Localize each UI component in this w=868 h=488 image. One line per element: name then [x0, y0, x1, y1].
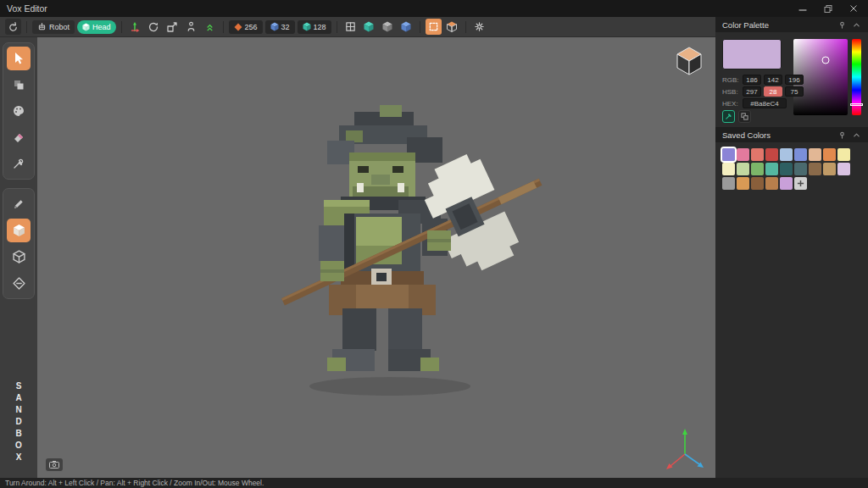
- saved-colors-title: Saved Colors: [722, 130, 771, 140]
- chevron-up-icon: [853, 21, 860, 29]
- toolbar-separator: [465, 21, 466, 33]
- pencil-tool-button[interactable]: [7, 192, 31, 216]
- saved-color-swatch[interactable]: [751, 148, 764, 161]
- palette-tools: [722, 110, 751, 123]
- pose-tool-button[interactable]: [183, 19, 199, 35]
- sandbox-logo: SANDBOX: [14, 381, 24, 464]
- saved-color-swatch[interactable]: [809, 148, 821, 161]
- panel-pin-button[interactable]: [837, 130, 847, 140]
- raise-tool-button[interactable]: [202, 19, 218, 35]
- frame-count-value: 32: [281, 23, 290, 31]
- settings-button[interactable]: [471, 19, 487, 35]
- wire-box-tool-button[interactable]: [7, 245, 31, 269]
- hsb-h-field[interactable]: 297: [743, 86, 761, 97]
- saved-color-swatch[interactable]: [794, 163, 807, 175]
- hue-marker[interactable]: [850, 103, 863, 106]
- box-select-tool-button[interactable]: [426, 19, 442, 35]
- pencil-icon: [12, 197, 25, 211]
- saved-color-swatch[interactable]: [809, 163, 821, 175]
- pick-color-button[interactable]: [722, 110, 735, 123]
- rgb-row: RGB: 186 142 196: [722, 75, 804, 85]
- title-bar: Vox Editor: [0, 0, 868, 17]
- palette-tool-button[interactable]: [7, 99, 31, 123]
- rgb-g-field[interactable]: 142: [764, 75, 782, 85]
- eyedropper-tool-button[interactable]: [7, 152, 31, 175]
- voxel-remove-tool-button[interactable]: [380, 19, 396, 35]
- saved-color-swatch[interactable]: [780, 148, 793, 161]
- hsb-b-field[interactable]: 75: [785, 86, 804, 97]
- hex-field[interactable]: #Ba8eC4: [743, 98, 787, 108]
- minimize-button[interactable]: [795, 3, 810, 14]
- panel-collapse-button[interactable]: [851, 130, 861, 140]
- voxel-paint-tool-button[interactable]: [398, 19, 415, 35]
- shapes-tool-button[interactable]: [7, 73, 31, 97]
- robot-icon: [37, 22, 47, 31]
- right-panel: Color Palette RGB: 186 142 196 HSB: 297: [715, 17, 868, 478]
- move-tool-button[interactable]: [127, 19, 143, 35]
- rgb-label: RGB:: [722, 76, 740, 84]
- swap-color-button[interactable]: [738, 110, 751, 123]
- panel-collapse-button[interactable]: [851, 19, 861, 30]
- hue-slider[interactable]: [852, 39, 861, 115]
- rgb-b-field[interactable]: 196: [785, 75, 804, 85]
- saved-color-swatch[interactable]: [722, 177, 735, 190]
- saved-color-swatch[interactable]: [751, 163, 764, 175]
- palette-icon: [12, 104, 25, 118]
- saved-color-swatch[interactable]: [737, 163, 749, 175]
- face-select-tool-button[interactable]: [444, 19, 460, 35]
- box-select-icon: [428, 21, 439, 32]
- rgb-r-field[interactable]: 186: [743, 75, 761, 85]
- screenshot-button[interactable]: [46, 458, 63, 471]
- toolbar-separator: [26, 21, 27, 33]
- toolbar-separator: [420, 21, 420, 33]
- select-tool-button[interactable]: [7, 47, 31, 70]
- scale-tool-button[interactable]: [164, 19, 181, 35]
- saved-color-swatch[interactable]: [751, 177, 764, 190]
- saved-color-swatch[interactable]: [837, 163, 850, 175]
- saved-color-swatch[interactable]: [823, 148, 836, 161]
- model-chip[interactable]: Robot: [32, 20, 75, 34]
- picker-cursor[interactable]: [822, 57, 830, 64]
- shapes-icon: [12, 78, 25, 92]
- color-palette-title: Color Palette: [722, 20, 769, 30]
- rotate-tool-button[interactable]: [146, 19, 162, 35]
- maximize-icon: [824, 4, 832, 13]
- orientation-cube[interactable]: [675, 46, 704, 76]
- voxel-box-tool-button[interactable]: [7, 219, 31, 242]
- hex-row: HEX: #Ba8eC4: [722, 98, 787, 108]
- maximize-button[interactable]: [821, 3, 836, 14]
- saved-color-swatch[interactable]: [780, 163, 793, 175]
- cube-icon: [82, 23, 90, 31]
- window-title: Vox Editor: [7, 3, 47, 14]
- saved-colors-grid: [715, 142, 868, 196]
- hsb-s-field[interactable]: 28: [764, 86, 782, 97]
- saved-color-swatch[interactable]: [837, 148, 850, 161]
- person-icon: [186, 21, 197, 32]
- saved-color-swatch[interactable]: [722, 148, 735, 161]
- viewport-canvas[interactable]: [37, 37, 715, 478]
- saved-color-swatch[interactable]: [794, 148, 807, 161]
- camera-icon: [49, 461, 59, 469]
- voxel-add-tool-button[interactable]: [361, 19, 377, 35]
- delete-box-tool-button[interactable]: [7, 271, 31, 295]
- axis-gizmo[interactable]: [661, 425, 709, 473]
- saved-color-swatch[interactable]: [765, 148, 778, 161]
- add-color-button[interactable]: [794, 177, 807, 190]
- close-button[interactable]: [846, 3, 861, 14]
- voxel-count-icon: [234, 23, 242, 31]
- saved-color-swatch[interactable]: [823, 163, 836, 175]
- saved-color-swatch[interactable]: [765, 163, 778, 175]
- saved-color-swatch[interactable]: [737, 177, 749, 190]
- panel-pin-button[interactable]: [837, 19, 847, 30]
- saved-color-swatch[interactable]: [780, 177, 793, 190]
- model-chip-label: Robot: [49, 23, 70, 31]
- saved-color-swatch[interactable]: [765, 177, 778, 190]
- voxel-model-orc-warrior[interactable]: [254, 105, 559, 402]
- saved-color-swatch[interactable]: [737, 148, 749, 161]
- part-chip-head[interactable]: Head: [77, 20, 116, 34]
- eraser-tool-button[interactable]: [7, 125, 31, 149]
- add-voxel-icon: [364, 21, 374, 32]
- grid-toggle-button[interactable]: [342, 19, 359, 35]
- undo-button[interactable]: [5, 19, 21, 35]
- saved-color-swatch[interactable]: [722, 163, 735, 175]
